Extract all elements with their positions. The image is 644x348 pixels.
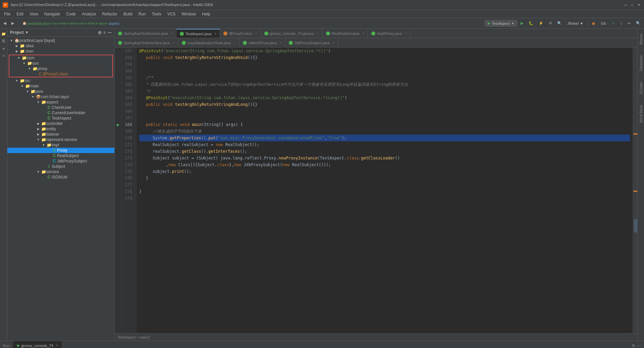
tab-implproxy[interactable]: impl\Proxy.java × — [368, 29, 411, 38]
tree-item-com[interactable]: ▼ 📁 com — [9, 55, 112, 61]
tree-item-realsubject[interactable]: ▶ C RealSubject — [7, 153, 114, 158]
sidebar-settings-icon[interactable]: ≡ — [103, 30, 106, 35]
bottom-tab-run[interactable]: ▶ groovy_console_74 × — [13, 341, 62, 348]
search-everywhere[interactable]: 🔍 — [555, 20, 564, 26]
tab-groovy[interactable]: groovy_console_74.groovy × — [261, 29, 323, 38]
xcoder-tab[interactable]: XCoder — [638, 80, 644, 96]
code-content[interactable]: @Pointcut( "execution(String com.fchan.l… — [137, 48, 633, 333]
tree-item-src[interactable]: ▼ 📁 src — [7, 78, 114, 83]
menu-view[interactable]: View — [27, 11, 41, 17]
jrebel-side-icon[interactable]: JR — [1, 53, 7, 59]
editor-scroll-gutter[interactable] — [633, 48, 637, 333]
tree-item-represent[interactable]: ▼ 📁 represent.service — [7, 137, 114, 142]
undo-btn[interactable]: ↩ — [626, 20, 633, 26]
tree-item-proxy0class[interactable]: ▶ C $Proxy0.class — [9, 71, 112, 77]
tree-item-practicelayui[interactable]: ▼ 🏠 practiceLayui [layui] — [7, 38, 114, 43]
git-btn[interactable]: Git: — [599, 21, 608, 26]
tree-item-jdkproxysubject[interactable]: ▶ C JdkProxySubject — [7, 158, 114, 164]
menu-refactor[interactable]: Refactor — [100, 11, 120, 17]
git-check[interactable]: ✓ — [610, 20, 617, 26]
tab-close[interactable]: × — [333, 41, 335, 45]
coverage-btn[interactable]: ⚡ — [537, 20, 545, 26]
tree-item-service[interactable]: ▼ 📁 service — [7, 169, 114, 175]
structure-icon[interactable]: 🏗 — [1, 38, 7, 44]
tab-springaoptestservice[interactable]: SpringAopTestService.java × — [115, 29, 176, 38]
menu-edit[interactable]: Edit — [14, 11, 26, 17]
breadcrumb-testaspect[interactable]: TestAspect — [117, 335, 136, 339]
stop-btn[interactable]: ⏹ — [590, 21, 597, 26]
menu-file[interactable]: File — [1, 11, 13, 17]
menu-vcs[interactable]: VCS — [165, 11, 178, 17]
bottom-tab-close[interactable]: × — [56, 344, 58, 347]
menu-navigate[interactable]: Navigate — [42, 11, 63, 17]
tree-item-main[interactable]: ▼ 📁 main — [7, 83, 114, 89]
tree-item-java[interactable]: ▼ 📁 java — [7, 89, 114, 94]
menu-tools[interactable]: Tools — [149, 11, 164, 17]
tab-springaoptestinterface[interactable]: SpringAopTestInterface.java × — [115, 38, 178, 47]
tab-close[interactable]: × — [255, 31, 257, 35]
window-controls[interactable]: — □ ✕ — [623, 3, 641, 7]
tree-item-testaspect[interactable]: ▶ C TestAspect — [7, 116, 114, 121]
word-book-tab[interactable]: Word Book — [638, 103, 644, 125]
menu-window[interactable]: Window — [179, 11, 199, 17]
close-btn[interactable]: ✕ — [637, 3, 641, 7]
tree-item-proxy-selected[interactable]: ▶ C Proxy — [7, 148, 114, 153]
favorites-icon[interactable]: ★ — [1, 46, 7, 52]
tab-close[interactable]: × — [405, 31, 407, 35]
tree-item-sun[interactable]: ▼ 📁 sun — [9, 61, 112, 66]
folder-icon: 📁 — [25, 84, 30, 88]
breadcrumb-main[interactable]: main() — [139, 335, 150, 339]
tree-item-entity[interactable]: ▶ 📁 entity — [7, 126, 114, 132]
tab-close[interactable]: × — [171, 31, 173, 35]
menu-run[interactable]: Run — [136, 11, 149, 17]
bottom-minimize-icon[interactable]: — — [637, 343, 641, 348]
sidebar-minimize-icon[interactable]: — — [108, 30, 112, 35]
tab-reflectproxy[interactable]: reflect\Proxy.java × — [239, 38, 285, 47]
tab-close[interactable]: × — [317, 31, 319, 35]
tree-item-mvn[interactable]: ▶ 📁 .mvn — [7, 49, 114, 54]
tree-item-isonutil[interactable]: ▶ C ISONUtil — [7, 175, 114, 180]
tree-item-impl[interactable]: ▼ 📁 impl — [7, 142, 114, 148]
tab-close[interactable]: × — [362, 31, 364, 35]
tree-item-controller[interactable]: ▶ 📁 controller — [7, 121, 114, 126]
menu-help[interactable]: Help — [199, 11, 213, 17]
run-btn[interactable]: ▶ — [519, 20, 525, 26]
toolbar-back[interactable]: ◀ — [1, 20, 8, 26]
tab-proxy0class[interactable]: $Proxy0.class × — [220, 29, 261, 38]
bottom-settings-icon[interactable]: ⚙ — [632, 343, 635, 348]
toolbar-forward[interactable]: ▶ — [9, 20, 16, 26]
jrebel-btn[interactable]: JRebel ▼ — [565, 21, 585, 26]
sidebar-locate-icon[interactable]: ◎ — [98, 30, 101, 35]
maven-tab[interactable]: Maven — [638, 31, 644, 47]
sidebar-header-icons[interactable]: ◎ ≡ — — [98, 30, 112, 35]
tree-item-aspect[interactable]: ▼ 📁 aspect — [7, 99, 114, 105]
toolbar-misc[interactable]: ↕ — [619, 21, 625, 26]
tab-jdkproxysubject[interactable]: JdkProxySubject.java × — [285, 38, 338, 47]
debug-btn[interactable]: 🐛 — [527, 20, 535, 26]
tree-item-subject[interactable]: ▶ I Subject — [7, 164, 114, 169]
tab-close[interactable]: × — [173, 41, 175, 45]
tab-layuiapptests[interactable]: LayuiApplicationTests.java × — [178, 38, 239, 47]
tree-item-package[interactable]: ▼ 📦 com.fchan.layui — [7, 94, 114, 99]
reload-btn[interactable]: ↺ — [547, 20, 554, 26]
menu-code[interactable]: Code — [63, 11, 78, 17]
tree-item-proxy-folder[interactable]: ▼ 📁 proxy — [9, 66, 112, 71]
search-btn[interactable]: 🔍 — [634, 20, 643, 26]
database-tab[interactable]: Database — [638, 53, 644, 73]
tab-close[interactable]: × — [214, 32, 216, 36]
run-config-selector[interactable]: ▶ TestAspect ▼ — [485, 20, 517, 26]
tab-testaspect[interactable]: TestAspect.java × — [176, 29, 220, 38]
project-icon[interactable]: 📁 — [1, 31, 7, 37]
tree-item-listener[interactable]: ▶ 📁 listener — [7, 132, 114, 137]
tree-item-currentuserholder[interactable]: ▶ C CurrentUserHolder — [7, 110, 114, 116]
tab-realsubject[interactable]: RealSubject.java × — [323, 29, 368, 38]
tree-item-idea[interactable]: ▶ 📁 .idea — [7, 43, 114, 49]
tab-close[interactable]: × — [280, 41, 282, 45]
maximize-btn[interactable]: □ — [630, 3, 635, 7]
tree-item-checkuser[interactable]: ▶ C CheckUser — [7, 105, 114, 110]
menu-analyze[interactable]: Analyze — [79, 11, 99, 17]
minimize-btn[interactable]: — — [623, 3, 628, 7]
tab-close[interactable]: × — [234, 41, 236, 45]
code-editor[interactable]: ▶ 157 158 159 160 161 162 — [115, 48, 637, 333]
menu-build[interactable]: Build — [121, 11, 135, 17]
